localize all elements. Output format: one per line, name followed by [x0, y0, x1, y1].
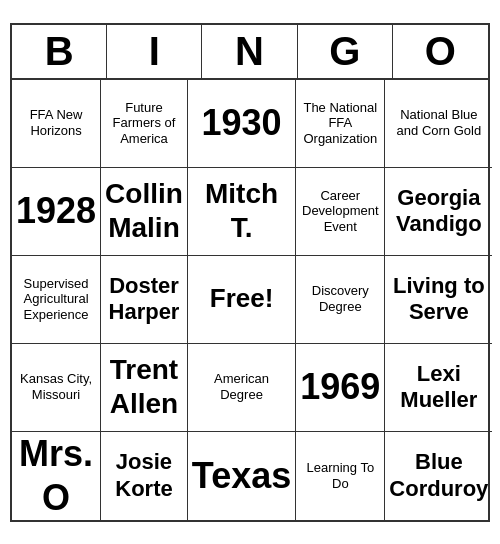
- bingo-cell-13: Discovery Degree: [296, 256, 385, 344]
- bingo-cell-7: Mitch T.: [188, 168, 296, 256]
- cell-text-15: Kansas City, Missouri: [16, 371, 96, 402]
- cell-text-4: National Blue and Corn Gold: [389, 107, 488, 138]
- bingo-cell-14: Living to Serve: [385, 256, 492, 344]
- cell-text-21: Josie Korte: [105, 449, 183, 502]
- cell-text-5: 1928: [16, 189, 96, 232]
- bingo-letter-n: N: [202, 25, 297, 78]
- bingo-cell-2: 1930: [188, 80, 296, 168]
- cell-text-6: Collin Malin: [105, 177, 183, 244]
- bingo-card: BINGO FFA New HorizonsFuture Farmers of …: [10, 23, 490, 522]
- bingo-letter-i: I: [107, 25, 202, 78]
- cell-text-17: American Degree: [192, 371, 291, 402]
- cell-text-19: Lexi Mueller: [389, 361, 488, 414]
- cell-text-14: Living to Serve: [389, 273, 488, 326]
- bingo-grid: FFA New HorizonsFuture Farmers of Americ…: [12, 80, 488, 520]
- bingo-cell-24: Blue Corduroy: [385, 432, 492, 520]
- bingo-cell-10: Supervised Agricultural Experience: [12, 256, 101, 344]
- bingo-cell-4: National Blue and Corn Gold: [385, 80, 492, 168]
- bingo-cell-18: 1969: [296, 344, 385, 432]
- cell-text-12: Free!: [210, 283, 274, 314]
- cell-text-9: Georgia Vandigo: [389, 185, 488, 238]
- bingo-cell-23: Learning To Do: [296, 432, 385, 520]
- bingo-cell-17: American Degree: [188, 344, 296, 432]
- bingo-cell-8: Career Development Event: [296, 168, 385, 256]
- bingo-cell-15: Kansas City, Missouri: [12, 344, 101, 432]
- cell-text-18: 1969: [300, 365, 380, 408]
- cell-text-20: Mrs. O: [16, 432, 96, 518]
- bingo-cell-19: Lexi Mueller: [385, 344, 492, 432]
- bingo-cell-21: Josie Korte: [101, 432, 188, 520]
- cell-text-2: 1930: [202, 101, 282, 144]
- bingo-letter-g: G: [298, 25, 393, 78]
- cell-text-16: Trent Allen: [105, 353, 183, 420]
- bingo-cell-3: The National FFA Organization: [296, 80, 385, 168]
- cell-text-8: Career Development Event: [300, 188, 380, 235]
- bingo-cell-11: Doster Harper: [101, 256, 188, 344]
- bingo-header: BINGO: [12, 25, 488, 80]
- bingo-cell-22: Texas: [188, 432, 296, 520]
- bingo-cell-5: 1928: [12, 168, 101, 256]
- bingo-cell-6: Collin Malin: [101, 168, 188, 256]
- cell-text-7: Mitch T.: [192, 177, 291, 244]
- bingo-cell-1: Future Farmers of America: [101, 80, 188, 168]
- bingo-letter-b: B: [12, 25, 107, 78]
- cell-text-23: Learning To Do: [300, 460, 380, 491]
- bingo-cell-16: Trent Allen: [101, 344, 188, 432]
- cell-text-10: Supervised Agricultural Experience: [16, 276, 96, 323]
- cell-text-1: Future Farmers of America: [105, 100, 183, 147]
- cell-text-11: Doster Harper: [105, 273, 183, 326]
- cell-text-0: FFA New Horizons: [16, 107, 96, 138]
- cell-text-13: Discovery Degree: [300, 283, 380, 314]
- bingo-cell-9: Georgia Vandigo: [385, 168, 492, 256]
- bingo-cell-0: FFA New Horizons: [12, 80, 101, 168]
- cell-text-3: The National FFA Organization: [300, 100, 380, 147]
- cell-text-22: Texas: [192, 454, 291, 497]
- bingo-letter-o: O: [393, 25, 488, 78]
- bingo-cell-12: Free!: [188, 256, 296, 344]
- cell-text-24: Blue Corduroy: [389, 449, 488, 502]
- bingo-cell-20: Mrs. O: [12, 432, 101, 520]
